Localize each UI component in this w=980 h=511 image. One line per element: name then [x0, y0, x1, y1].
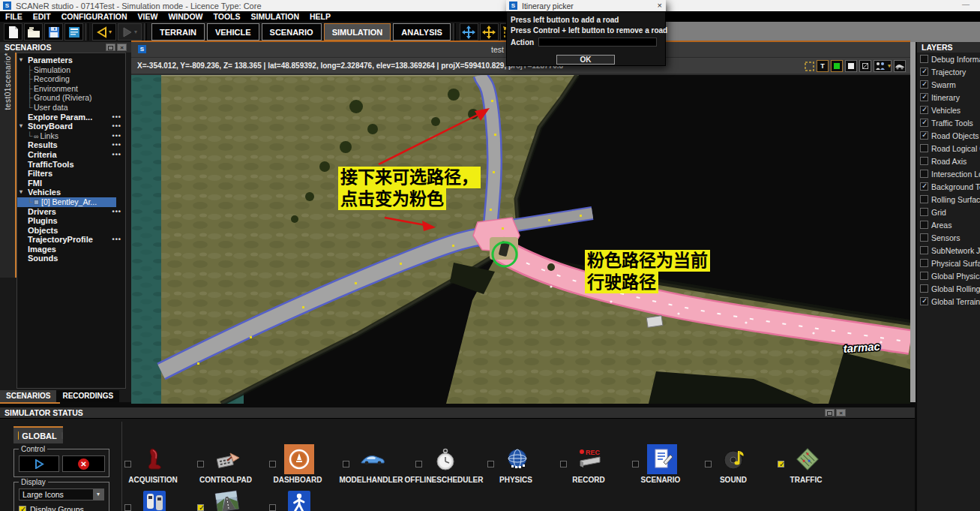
- tree-item-sounds[interactable]: Sounds: [17, 254, 125, 263]
- road-view-icon[interactable]: [212, 488, 242, 511]
- layer-item[interactable]: Physical Surface: [917, 257, 980, 269]
- tree-item-trajectoryprofile[interactable]: TrajectoryProfile•••: [17, 235, 125, 245]
- layer-item[interactable]: Rolling Surface: [917, 193, 980, 206]
- menu-window[interactable]: WINDOW: [163, 12, 208, 21]
- layer-item[interactable]: Swarm: [917, 78, 980, 91]
- acquisition-icon[interactable]: [139, 444, 169, 474]
- module-checkbox[interactable]: [197, 504, 204, 511]
- menu-file[interactable]: FILE: [0, 12, 28, 21]
- save-button[interactable]: [44, 23, 63, 41]
- 3d-scene-canvas[interactable]: tarmac 接下来可选路径， 点击变为粉色 粉色路径为当前 行驶路径: [131, 75, 910, 404]
- back-dropdown-icon[interactable]: ▾: [109, 29, 112, 35]
- vehicle-view-button[interactable]: [894, 60, 906, 72]
- module-checkbox[interactable]: [415, 461, 422, 467]
- layer-checkbox[interactable]: [920, 80, 928, 89]
- layer-checkbox[interactable]: [920, 208, 928, 216]
- display-settings-button[interactable]: [64, 23, 83, 41]
- layer-checkbox[interactable]: [920, 246, 928, 254]
- layer-checkbox[interactable]: [920, 284, 928, 293]
- fit-view-icon[interactable]: [805, 62, 814, 71]
- start-simulation-button[interactable]: [19, 455, 59, 472]
- module-checkbox[interactable]: [269, 504, 276, 511]
- tree-item-vehicles[interactable]: ▾Vehicles: [17, 188, 125, 197]
- tab-global-checkbox[interactable]: [61, 432, 63, 439]
- tree-item-plugins[interactable]: Plugins: [17, 216, 125, 226]
- menu-help[interactable]: HELP: [304, 12, 336, 21]
- tree-item-criteria[interactable]: Criteria•••: [17, 150, 125, 160]
- layer-item[interactable]: Debug Informat: [917, 53, 980, 65]
- layer-item[interactable]: Trajectory: [917, 65, 980, 78]
- layer-item[interactable]: Itinerary: [917, 91, 980, 104]
- layer-checkbox[interactable]: [920, 144, 928, 152]
- no-fill-display-button[interactable]: [859, 60, 871, 72]
- record-module-icon[interactable]: REC: [575, 444, 605, 474]
- tree-item-links[interactable]: ∞Links•••: [17, 131, 125, 141]
- tab-vehicle[interactable]: VEHICLE: [207, 23, 259, 41]
- layer-checkbox[interactable]: [920, 119, 928, 127]
- layer-checkbox[interactable]: [920, 68, 928, 76]
- move-view-button[interactable]: [460, 23, 478, 41]
- module-checkbox[interactable]: [343, 461, 349, 467]
- tab-scenarios[interactable]: SCENARIOS: [0, 390, 56, 402]
- layer-checkbox[interactable]: [920, 272, 928, 280]
- action-input[interactable]: [538, 38, 657, 47]
- layer-item[interactable]: Global Terrain: [917, 295, 980, 308]
- menu-configuration[interactable]: CONFIGURATION: [56, 12, 133, 21]
- stop-simulation-button[interactable]: ✕: [62, 455, 105, 472]
- physics-icon[interactable]: [502, 444, 532, 474]
- controlpad-icon[interactable]: [212, 444, 242, 474]
- float-panel-icon[interactable]: [825, 409, 835, 416]
- module-checkbox[interactable]: [778, 461, 784, 467]
- tree-item-fmi[interactable]: FMI: [17, 179, 125, 188]
- tree-item-bentley-vehicle[interactable]: [0] Bentley_Ar...: [17, 197, 116, 207]
- dashboard-icon[interactable]: [284, 444, 314, 474]
- forward-button[interactable]: ▾: [118, 23, 142, 41]
- white-display-button[interactable]: [845, 60, 857, 72]
- green-display-button[interactable]: [831, 60, 843, 72]
- panel-splitter[interactable]: [910, 42, 916, 402]
- layer-checkbox[interactable]: [920, 106, 928, 114]
- new-file-button[interactable]: [4, 23, 22, 41]
- layer-checkbox[interactable]: [920, 157, 928, 165]
- vehicle-pair-icon[interactable]: [139, 488, 169, 511]
- layer-item[interactable]: Global Physical: [917, 269, 980, 282]
- module-checkbox[interactable]: [487, 461, 494, 467]
- layer-checkbox[interactable]: [920, 93, 928, 101]
- tab-simulation[interactable]: SIMULATION: [324, 23, 391, 41]
- minimize-icon[interactable]: —: [962, 0, 970, 8]
- layer-checkbox[interactable]: [920, 170, 928, 178]
- tree-item-environment[interactable]: Environment: [17, 84, 125, 94]
- more-options-icon[interactable]: •••: [112, 131, 121, 141]
- tree-item-traffictools[interactable]: TrafficTools: [17, 160, 125, 170]
- module-checkbox[interactable]: [632, 461, 639, 467]
- tree-item-explore-param[interactable]: Explore Param...•••: [17, 113, 125, 122]
- layer-item[interactable]: Traffic Tools: [917, 116, 980, 129]
- tree-item-objects[interactable]: Objects: [17, 226, 125, 236]
- tree-item-parameters[interactable]: ▾Parameters: [17, 56, 125, 65]
- layer-item[interactable]: Road Axis: [917, 155, 980, 167]
- tree-item-filters[interactable]: Filters: [17, 169, 125, 179]
- layer-item[interactable]: Grid: [917, 206, 980, 218]
- layer-checkbox[interactable]: [920, 195, 928, 203]
- layer-item[interactable]: Background Ter: [917, 180, 980, 193]
- layer-item[interactable]: Sensors: [917, 231, 980, 244]
- tab-global[interactable]: GLOBAL: [13, 426, 63, 443]
- tab-analysis[interactable]: ANALYSIS: [393, 23, 451, 41]
- walker-icon[interactable]: [284, 488, 314, 511]
- offlinescheduler-icon[interactable]: [430, 444, 460, 474]
- close-icon[interactable]: ×: [658, 1, 662, 10]
- module-checkbox[interactable]: [705, 461, 712, 467]
- layer-item[interactable]: Global Rolling S: [917, 282, 980, 295]
- float-panel-icon[interactable]: [106, 44, 115, 51]
- tree-item-ground[interactable]: Ground (Riviera): [17, 93, 125, 103]
- pedestrians-view-button[interactable]: ▾: [874, 60, 892, 72]
- menu-view[interactable]: VIEW: [133, 12, 163, 21]
- menu-tools[interactable]: TOOLS: [208, 12, 245, 21]
- close-panel-icon[interactable]: ×: [836, 409, 846, 416]
- menu-simulation[interactable]: SIMULATION: [245, 12, 304, 21]
- more-options-icon[interactable]: •••: [112, 207, 121, 217]
- tree-item-storyboard[interactable]: ▾StoryBoard•••: [17, 122, 125, 131]
- back-button[interactable]: ▾: [92, 23, 116, 41]
- tree-item-simulation[interactable]: Simulation: [17, 65, 125, 75]
- layer-checkbox[interactable]: [920, 55, 928, 63]
